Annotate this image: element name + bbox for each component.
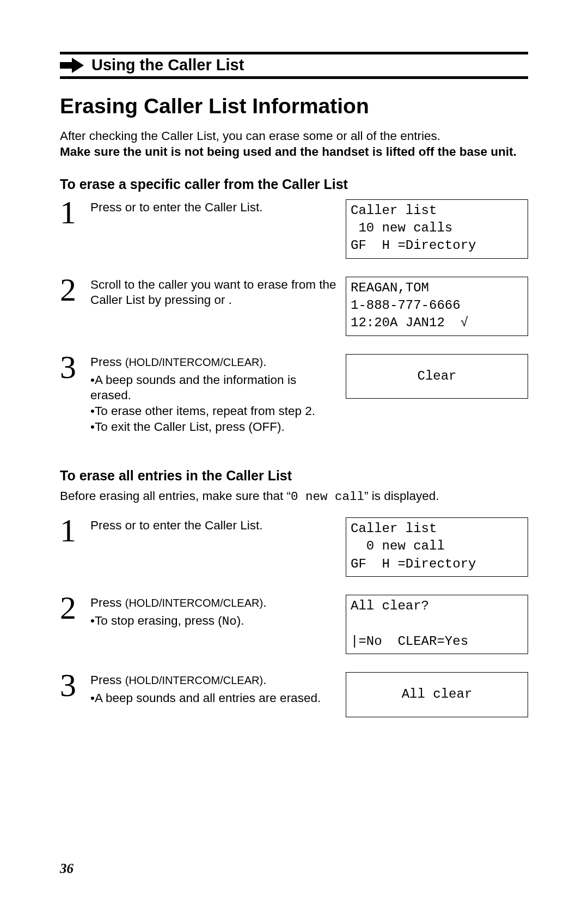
intro-paragraph: After checking the Caller List, you can … — [60, 128, 528, 160]
bullet: •A beep sounds and the information is er… — [90, 373, 338, 404]
intro-line-2: Make sure the unit is not being used and… — [60, 145, 517, 158]
step-text: Scroll to the caller you want to erase f… — [90, 275, 346, 309]
lcd-display: REAGAN,TOM 1-888-777-6666 12:20A JAN12 √ — [346, 277, 528, 336]
page-number: 36 — [60, 861, 74, 876]
proc-a-step-3: 3 Press (HOLD/INTERCOM/CLEAR). •A beep s… — [60, 352, 528, 435]
lcd-display: Caller list 0 new call GF H =Directory — [346, 517, 528, 577]
proc-a-step-1: 1 Press or to enter the Caller List. Cal… — [60, 198, 528, 259]
step-display: Caller list 0 new call GF H =Directory — [346, 516, 528, 577]
step-number: 3 — [60, 670, 90, 699]
lcd-display: Caller list 10 new calls GF H =Directory — [346, 199, 528, 259]
lcd-display: All clear — [346, 672, 528, 717]
step-text: Press (HOLD/INTERCOM/CLEAR). •A beep sou… — [90, 670, 346, 706]
bullet: •To exit the Caller List, press (OFF). — [90, 419, 338, 435]
step-display: Caller list 10 new calls GF H =Directory — [346, 198, 528, 259]
step-text: Press (HOLD/INTERCOM/CLEAR). •A beep sou… — [90, 352, 346, 435]
bullet: •A beep sounds and all entries are erase… — [90, 691, 338, 706]
step-display: REAGAN,TOM 1-888-777-6666 12:20A JAN12 √ — [346, 275, 528, 336]
step-display: All clear — [346, 670, 528, 717]
proc-b-step-3: 3 Press (HOLD/INTERCOM/CLEAR). •A beep s… — [60, 670, 528, 717]
step-number: 2 — [60, 593, 90, 622]
bullet: •To erase other items, repeat from step … — [90, 404, 338, 419]
lcd-display: Clear — [346, 354, 528, 399]
lcd-display: All clear? |=No CLEAR=Yes — [346, 595, 528, 654]
bullet: •To stop erasing, press (No). — [90, 613, 338, 630]
arrow-right-icon — [60, 57, 84, 74]
step-number: 3 — [60, 352, 90, 381]
step-display: All clear? |=No CLEAR=Yes — [346, 593, 528, 654]
proc-b-heading: To erase all entries in the Caller List — [60, 468, 528, 484]
step-number: 2 — [60, 275, 90, 304]
step-number: 1 — [60, 198, 90, 227]
step-display: Clear — [346, 352, 528, 399]
section-title: Using the Caller List — [91, 56, 244, 74]
step-text: Press (HOLD/INTERCOM/CLEAR). •To stop er… — [90, 593, 346, 630]
proc-b-before: Before erasing all entries, make sure th… — [60, 489, 528, 504]
step-text: Press or to enter the Caller List. — [90, 516, 346, 534]
proc-b-step-2: 2 Press (HOLD/INTERCOM/CLEAR). •To stop … — [60, 593, 528, 654]
intro-line-1: After checking the Caller List, you can … — [60, 129, 440, 143]
step-text: Press or to enter the Caller List. — [90, 198, 346, 216]
step-number: 1 — [60, 516, 90, 545]
section-header: Using the Caller List — [60, 52, 528, 79]
proc-a-step-2: 2 Scroll to the caller you want to erase… — [60, 275, 528, 336]
page-title: Erasing Caller List Information — [60, 94, 528, 118]
proc-b-step-1: 1 Press or to enter the Caller List. Cal… — [60, 516, 528, 577]
proc-a-heading: To erase a specific caller from the Call… — [60, 176, 528, 192]
